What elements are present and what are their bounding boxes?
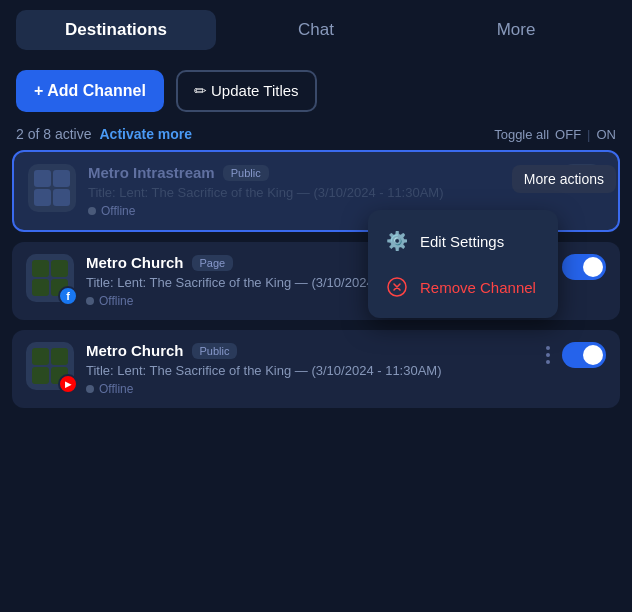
top-nav: Destinations Chat More [0, 0, 632, 60]
toggle-all-label: Toggle all [494, 127, 549, 142]
channel-badge-1: Page [192, 255, 234, 271]
channel-badge-2: Public [192, 343, 238, 359]
toggle-all-area: Toggle all OFF | ON [494, 127, 616, 142]
channel-title-2: Title: Lent: The Sacrifice of the King —… [86, 363, 466, 378]
separator: | [587, 127, 590, 142]
status-row: 2 of 8 active Activate more Toggle all O… [0, 122, 632, 150]
facebook-badge: f [58, 286, 78, 306]
status-dot-1 [86, 297, 94, 305]
more-actions-tooltip: More actions [512, 165, 616, 193]
channel-avatar-1: f [26, 254, 74, 302]
remove-channel-label: Remove Channel [420, 279, 536, 296]
channel-avatar-0 [28, 164, 76, 212]
nav-item-destinations[interactable]: Destinations [16, 10, 216, 50]
channel-info-2: Metro Church Public Title: Lent: The Sac… [86, 342, 530, 396]
dropdown-menu-0: ⚙️ Edit Settings Remove Channel [368, 210, 558, 318]
card-actions-1 [562, 254, 606, 280]
remove-icon [386, 276, 408, 298]
status-dot-2 [86, 385, 94, 393]
status-dot-0 [88, 207, 96, 215]
active-count: 2 of 8 active [16, 126, 92, 142]
channel-badge-0: Public [223, 165, 269, 181]
channel-card-2: ▶ Metro Church Public Title: Lent: The S… [12, 330, 620, 408]
channel-status-2: Offline [86, 382, 530, 396]
channel-title-0: Title: Lent: The Sacrifice of the King —… [88, 185, 468, 200]
channel-name-1: Metro Church [86, 254, 184, 271]
toggle-1[interactable] [562, 254, 606, 280]
update-titles-button[interactable]: ✏ Update Titles [176, 70, 317, 112]
nav-item-more[interactable]: More [416, 10, 616, 50]
on-label: ON [597, 127, 617, 142]
off-label: OFF [555, 127, 581, 142]
toggle-2[interactable] [562, 342, 606, 368]
dropdown-remove-channel[interactable]: Remove Channel [368, 264, 558, 310]
dropdown-edit-settings[interactable]: ⚙️ Edit Settings [368, 218, 558, 264]
three-dot-button-2[interactable] [542, 342, 554, 368]
channel-avatar-2: ▶ [26, 342, 74, 390]
gear-icon: ⚙️ [386, 230, 408, 252]
edit-settings-label: Edit Settings [420, 233, 504, 250]
channel-name-2: Metro Church [86, 342, 184, 359]
youtube-badge: ▶ [58, 374, 78, 394]
card-actions-2 [542, 342, 606, 368]
action-row: + Add Channel ✏ Update Titles [0, 60, 632, 122]
nav-item-chat[interactable]: Chat [216, 10, 416, 50]
channel-name-0: Metro Intrastream [88, 164, 215, 181]
add-channel-button[interactable]: + Add Channel [16, 70, 164, 112]
activate-more-link[interactable]: Activate more [100, 126, 193, 142]
